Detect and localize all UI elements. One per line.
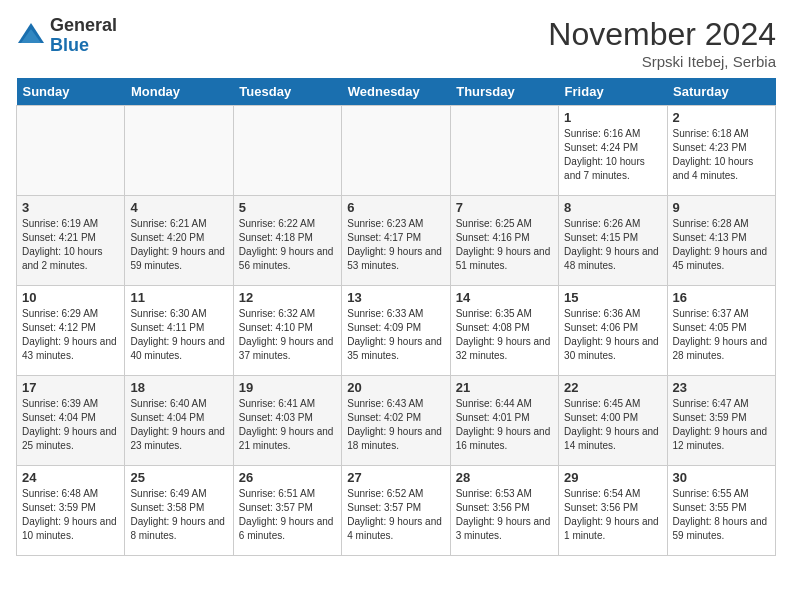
day-number: 30	[673, 470, 770, 485]
day-number: 10	[22, 290, 119, 305]
day-info: Sunrise: 6:49 AMSunset: 3:58 PMDaylight:…	[130, 487, 227, 543]
calendar-cell: 12Sunrise: 6:32 AMSunset: 4:10 PMDayligh…	[233, 286, 341, 376]
calendar-cell: 6Sunrise: 6:23 AMSunset: 4:17 PMDaylight…	[342, 196, 450, 286]
day-info: Sunrise: 6:51 AMSunset: 3:57 PMDaylight:…	[239, 487, 336, 543]
calendar-cell: 4Sunrise: 6:21 AMSunset: 4:20 PMDaylight…	[125, 196, 233, 286]
day-number: 15	[564, 290, 661, 305]
day-number: 3	[22, 200, 119, 215]
day-info: Sunrise: 6:18 AMSunset: 4:23 PMDaylight:…	[673, 127, 770, 183]
location-subtitle: Srpski Itebej, Serbia	[548, 53, 776, 70]
calendar-cell: 25Sunrise: 6:49 AMSunset: 3:58 PMDayligh…	[125, 466, 233, 556]
day-number: 21	[456, 380, 553, 395]
calendar-week-1: 1Sunrise: 6:16 AMSunset: 4:24 PMDaylight…	[17, 106, 776, 196]
day-info: Sunrise: 6:44 AMSunset: 4:01 PMDaylight:…	[456, 397, 553, 453]
day-number: 9	[673, 200, 770, 215]
day-info: Sunrise: 6:16 AMSunset: 4:24 PMDaylight:…	[564, 127, 661, 183]
day-number: 13	[347, 290, 444, 305]
month-title: November 2024	[548, 16, 776, 53]
day-number: 12	[239, 290, 336, 305]
calendar-cell	[450, 106, 558, 196]
calendar-table: SundayMondayTuesdayWednesdayThursdayFrid…	[16, 78, 776, 556]
calendar-week-5: 24Sunrise: 6:48 AMSunset: 3:59 PMDayligh…	[17, 466, 776, 556]
calendar-cell: 17Sunrise: 6:39 AMSunset: 4:04 PMDayligh…	[17, 376, 125, 466]
calendar-cell: 19Sunrise: 6:41 AMSunset: 4:03 PMDayligh…	[233, 376, 341, 466]
calendar-cell	[17, 106, 125, 196]
calendar-cell: 2Sunrise: 6:18 AMSunset: 4:23 PMDaylight…	[667, 106, 775, 196]
calendar-cell	[233, 106, 341, 196]
day-number: 20	[347, 380, 444, 395]
weekday-header-wednesday: Wednesday	[342, 78, 450, 106]
day-info: Sunrise: 6:26 AMSunset: 4:15 PMDaylight:…	[564, 217, 661, 273]
day-number: 25	[130, 470, 227, 485]
day-info: Sunrise: 6:47 AMSunset: 3:59 PMDaylight:…	[673, 397, 770, 453]
day-info: Sunrise: 6:54 AMSunset: 3:56 PMDaylight:…	[564, 487, 661, 543]
day-info: Sunrise: 6:29 AMSunset: 4:12 PMDaylight:…	[22, 307, 119, 363]
calendar-cell: 23Sunrise: 6:47 AMSunset: 3:59 PMDayligh…	[667, 376, 775, 466]
day-number: 19	[239, 380, 336, 395]
calendar-cell: 5Sunrise: 6:22 AMSunset: 4:18 PMDaylight…	[233, 196, 341, 286]
calendar-cell: 8Sunrise: 6:26 AMSunset: 4:15 PMDaylight…	[559, 196, 667, 286]
day-number: 26	[239, 470, 336, 485]
day-info: Sunrise: 6:52 AMSunset: 3:57 PMDaylight:…	[347, 487, 444, 543]
day-info: Sunrise: 6:25 AMSunset: 4:16 PMDaylight:…	[456, 217, 553, 273]
calendar-cell: 16Sunrise: 6:37 AMSunset: 4:05 PMDayligh…	[667, 286, 775, 376]
day-number: 22	[564, 380, 661, 395]
calendar-cell: 28Sunrise: 6:53 AMSunset: 3:56 PMDayligh…	[450, 466, 558, 556]
day-info: Sunrise: 6:36 AMSunset: 4:06 PMDaylight:…	[564, 307, 661, 363]
calendar-cell: 15Sunrise: 6:36 AMSunset: 4:06 PMDayligh…	[559, 286, 667, 376]
day-info: Sunrise: 6:19 AMSunset: 4:21 PMDaylight:…	[22, 217, 119, 273]
logo: General Blue	[16, 16, 117, 56]
calendar-week-2: 3Sunrise: 6:19 AMSunset: 4:21 PMDaylight…	[17, 196, 776, 286]
weekday-header-monday: Monday	[125, 78, 233, 106]
day-info: Sunrise: 6:32 AMSunset: 4:10 PMDaylight:…	[239, 307, 336, 363]
calendar-week-4: 17Sunrise: 6:39 AMSunset: 4:04 PMDayligh…	[17, 376, 776, 466]
day-info: Sunrise: 6:22 AMSunset: 4:18 PMDaylight:…	[239, 217, 336, 273]
day-number: 6	[347, 200, 444, 215]
day-info: Sunrise: 6:40 AMSunset: 4:04 PMDaylight:…	[130, 397, 227, 453]
day-number: 18	[130, 380, 227, 395]
calendar-cell: 11Sunrise: 6:30 AMSunset: 4:11 PMDayligh…	[125, 286, 233, 376]
calendar-cell: 7Sunrise: 6:25 AMSunset: 4:16 PMDaylight…	[450, 196, 558, 286]
logo-general: General	[50, 16, 117, 36]
day-info: Sunrise: 6:37 AMSunset: 4:05 PMDaylight:…	[673, 307, 770, 363]
day-info: Sunrise: 6:30 AMSunset: 4:11 PMDaylight:…	[130, 307, 227, 363]
calendar-cell: 27Sunrise: 6:52 AMSunset: 3:57 PMDayligh…	[342, 466, 450, 556]
calendar-cell: 18Sunrise: 6:40 AMSunset: 4:04 PMDayligh…	[125, 376, 233, 466]
day-number: 2	[673, 110, 770, 125]
calendar-cell: 10Sunrise: 6:29 AMSunset: 4:12 PMDayligh…	[17, 286, 125, 376]
day-info: Sunrise: 6:39 AMSunset: 4:04 PMDaylight:…	[22, 397, 119, 453]
calendar-cell	[342, 106, 450, 196]
weekday-header-sunday: Sunday	[17, 78, 125, 106]
day-number: 23	[673, 380, 770, 395]
calendar-cell: 20Sunrise: 6:43 AMSunset: 4:02 PMDayligh…	[342, 376, 450, 466]
calendar-cell: 13Sunrise: 6:33 AMSunset: 4:09 PMDayligh…	[342, 286, 450, 376]
day-info: Sunrise: 6:53 AMSunset: 3:56 PMDaylight:…	[456, 487, 553, 543]
weekday-header-thursday: Thursday	[450, 78, 558, 106]
day-info: Sunrise: 6:48 AMSunset: 3:59 PMDaylight:…	[22, 487, 119, 543]
header: General Blue November 2024 Srpski Itebej…	[16, 16, 776, 70]
calendar-cell: 1Sunrise: 6:16 AMSunset: 4:24 PMDaylight…	[559, 106, 667, 196]
weekday-header-saturday: Saturday	[667, 78, 775, 106]
day-number: 28	[456, 470, 553, 485]
day-info: Sunrise: 6:45 AMSunset: 4:00 PMDaylight:…	[564, 397, 661, 453]
day-info: Sunrise: 6:35 AMSunset: 4:08 PMDaylight:…	[456, 307, 553, 363]
day-number: 8	[564, 200, 661, 215]
day-info: Sunrise: 6:23 AMSunset: 4:17 PMDaylight:…	[347, 217, 444, 273]
calendar-cell: 26Sunrise: 6:51 AMSunset: 3:57 PMDayligh…	[233, 466, 341, 556]
weekday-header-tuesday: Tuesday	[233, 78, 341, 106]
calendar-cell: 9Sunrise: 6:28 AMSunset: 4:13 PMDaylight…	[667, 196, 775, 286]
day-number: 24	[22, 470, 119, 485]
calendar-week-3: 10Sunrise: 6:29 AMSunset: 4:12 PMDayligh…	[17, 286, 776, 376]
calendar-cell: 29Sunrise: 6:54 AMSunset: 3:56 PMDayligh…	[559, 466, 667, 556]
title-area: November 2024 Srpski Itebej, Serbia	[548, 16, 776, 70]
day-number: 14	[456, 290, 553, 305]
calendar-cell	[125, 106, 233, 196]
day-number: 7	[456, 200, 553, 215]
logo-icon	[16, 21, 46, 51]
day-info: Sunrise: 6:43 AMSunset: 4:02 PMDaylight:…	[347, 397, 444, 453]
calendar-cell: 22Sunrise: 6:45 AMSunset: 4:00 PMDayligh…	[559, 376, 667, 466]
day-number: 27	[347, 470, 444, 485]
day-info: Sunrise: 6:33 AMSunset: 4:09 PMDaylight:…	[347, 307, 444, 363]
calendar-header-row: SundayMondayTuesdayWednesdayThursdayFrid…	[17, 78, 776, 106]
day-number: 16	[673, 290, 770, 305]
